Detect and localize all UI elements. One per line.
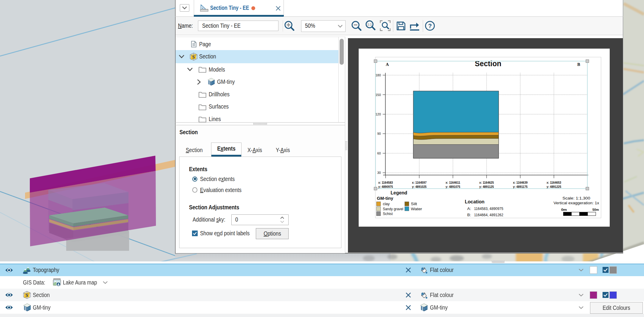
svg-text:y: 4891175: y: 4891175 — [513, 185, 527, 188]
svg-text:50m: 50m — [592, 208, 599, 211]
svg-text:x: 1164639: x: 1164639 — [513, 181, 527, 184]
svg-text:B: B — [577, 62, 580, 67]
svg-text:y: 4890975: y: 4890975 — [378, 185, 393, 188]
svg-text:Silt: Silt — [411, 202, 417, 206]
svg-text:A: A — [386, 62, 389, 67]
svg-text:y: 4891075: y: 4891075 — [446, 185, 460, 188]
svg-text:B:: B: — [467, 213, 471, 217]
svg-text:y: 4891025: y: 4891025 — [412, 185, 427, 188]
svg-text:120: 120 — [375, 112, 381, 116]
svg-text:180: 180 — [375, 73, 381, 77]
svg-text:Location: Location — [465, 199, 484, 204]
svg-text:30: 30 — [377, 171, 381, 175]
svg-text:x: 1164583: x: 1164583 — [378, 181, 393, 184]
svg-text:90: 90 — [377, 132, 381, 136]
svg-text:Vertical exaggeration: 1x: Vertical exaggeration: 1x — [554, 201, 600, 205]
svg-text:?: ? — [428, 23, 432, 29]
svg-text:0m: 0m — [561, 208, 567, 211]
svg-text:x: 1164611: x: 1164611 — [446, 181, 460, 184]
svg-text:150: 150 — [375, 93, 381, 97]
svg-text:1:1: 1:1 — [367, 23, 372, 26]
svg-text:Legend: Legend — [391, 190, 407, 196]
svg-text:1164664, 4891262: 1164664, 4891262 — [474, 213, 503, 217]
svg-text:y: 4891125: y: 4891125 — [479, 185, 494, 188]
svg-text:x: 1164597: x: 1164597 — [412, 181, 427, 184]
svg-text:GM-tiny: GM-tiny — [377, 196, 393, 201]
svg-text:clay: clay — [383, 202, 390, 206]
svg-text:x: 1164653: x: 1164653 — [547, 181, 561, 184]
svg-text:Sandy gravel: Sandy gravel — [383, 207, 403, 211]
svg-text:x: 1164625: x: 1164625 — [479, 181, 494, 184]
svg-text:Water: Water — [411, 207, 422, 211]
svg-text:1164583, 4890975: 1164583, 4890975 — [474, 207, 503, 211]
svg-text:Scale: 1:1,300: Scale: 1:1,300 — [563, 196, 590, 200]
svg-text:A:: A: — [467, 207, 471, 211]
svg-text:Schist: Schist — [383, 212, 393, 216]
svg-text:y: 4891225: y: 4891225 — [547, 185, 561, 188]
svg-text:Section: Section — [475, 59, 501, 68]
svg-text:60: 60 — [377, 151, 381, 155]
